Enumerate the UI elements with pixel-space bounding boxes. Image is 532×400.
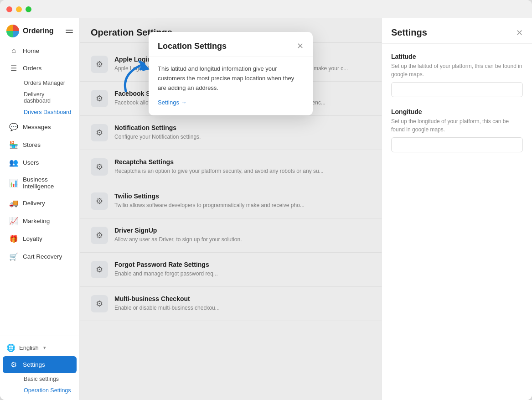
longitude-desc: Set up the longitude of your platform, t… — [391, 117, 523, 134]
app-body: Ordering ⌂ Home ☰ Orders Orders Manager … — [0, 18, 532, 400]
latitude-desc: Set up the latitud of your platform, thi… — [391, 62, 523, 78]
settings-submenu: Basic settings Operation Settings — [0, 374, 79, 396]
sidebar-item-operation-settings[interactable]: Operation Settings — [19, 385, 77, 396]
marketing-icon: 📈 — [9, 217, 18, 225]
sidebar-item-cart-recovery-label: Cart Recovery — [23, 253, 62, 260]
globe-icon: 🌐 — [6, 343, 15, 352]
location-settings-link[interactable]: Settings → — [158, 99, 187, 106]
bi-icon: 📊 — [9, 179, 18, 187]
sidebar-item-messages[interactable]: 💬 Messages — [3, 119, 77, 135]
logo-icon — [6, 25, 19, 37]
language-chevron-icon: ▾ — [43, 345, 46, 351]
sidebar-item-home[interactable]: ⌂ Home — [3, 42, 77, 59]
home-icon: ⌂ — [9, 47, 18, 55]
location-modal-desc: This latitud and longitud information gi… — [158, 64, 304, 93]
delivery-icon: 🚚 — [9, 199, 18, 208]
right-panel-close-button[interactable]: ✕ — [516, 28, 523, 38]
sidebar-item-delivery-label: Delivery — [23, 200, 45, 207]
minimize-dot[interactable] — [16, 6, 22, 12]
users-icon: 👥 — [9, 158, 18, 167]
close-dot[interactable] — [6, 6, 12, 12]
sidebar-item-marketing[interactable]: 📈 Marketing — [3, 213, 77, 229]
sidebar-bottom: 🌐 English ▾ ⚙ Settings Basic settings Op… — [0, 336, 79, 400]
modal-overlay: Location Settings ✕ This latitud and lon… — [80, 18, 382, 400]
sidebar-item-marketing-label: Marketing — [23, 218, 50, 224]
sidebar-item-stores-label: Stores — [23, 141, 41, 148]
sidebar-item-users[interactable]: 👥 Users — [3, 154, 77, 171]
app-window: Ordering ⌂ Home ☰ Orders Orders Manager … — [0, 0, 532, 400]
sidebar-item-cart-recovery[interactable]: 🛒 Cart Recovery — [3, 248, 77, 265]
sidebar-item-drivers-dashboard[interactable]: Drivers Dashboard — [19, 107, 77, 118]
loyalty-icon: 🎁 — [9, 234, 18, 243]
sidebar-item-stores[interactable]: 🏪 Stores — [3, 136, 77, 153]
orders-submenu: Orders Manager Delivery dashboard Driver… — [0, 77, 79, 118]
sidebar: Ordering ⌂ Home ☰ Orders Orders Manager … — [0, 18, 80, 400]
language-label: English — [19, 344, 39, 351]
right-panel-body: Latitude Set up the latitud of your plat… — [382, 44, 532, 172]
main-panel: Operation Settings ⚙ Apple Login Apple L… — [80, 18, 382, 400]
longitude-section: Longitude Set up the longitude of your p… — [391, 108, 523, 152]
sidebar-item-orders[interactable]: ☰ Orders — [3, 60, 77, 77]
location-modal: Location Settings ✕ This latitud and lon… — [149, 32, 313, 115]
location-modal-body: This latitud and longitud information gi… — [149, 57, 313, 115]
sidebar-item-settings-label: Settings — [23, 361, 45, 368]
logo-text: Ordering — [23, 27, 54, 35]
sidebar-logo: Ordering — [0, 18, 79, 42]
location-modal-close-button[interactable]: ✕ — [297, 41, 304, 51]
sidebar-item-users-label: Users — [23, 159, 39, 166]
latitude-input[interactable] — [391, 82, 523, 97]
right-panel: Settings ✕ Latitude Set up the latitud o… — [382, 18, 532, 400]
location-modal-title: Location Settings — [158, 42, 227, 51]
sidebar-item-orders-manager[interactable]: Orders Manager — [19, 78, 77, 88]
sidebar-item-bi-label: Business Intelligence — [23, 176, 70, 190]
language-selector[interactable]: 🌐 English ▾ — [0, 340, 79, 356]
sidebar-item-delivery[interactable]: 🚚 Delivery — [3, 195, 77, 212]
sidebar-item-orders-label: Orders — [23, 65, 41, 72]
sidebar-item-basic-settings[interactable]: Basic settings — [19, 374, 77, 384]
latitude-label: Latitude — [391, 53, 523, 60]
sidebar-item-loyalty[interactable]: 🎁 Loyalty — [3, 230, 77, 247]
latitude-section: Latitude Set up the latitud of your plat… — [391, 53, 523, 97]
sidebar-item-loyalty-label: Loyalty — [23, 235, 42, 242]
cart-icon: 🛒 — [9, 252, 18, 261]
sidebar-item-settings[interactable]: ⚙ Settings — [3, 356, 77, 373]
maximize-dot[interactable] — [26, 6, 31, 12]
sidebar-item-messages-label: Messages — [23, 124, 51, 130]
right-panel-header: Settings ✕ — [382, 18, 532, 44]
sidebar-item-delivery-dashboard[interactable]: Delivery dashboard — [19, 89, 77, 106]
sidebar-item-home-label: Home — [23, 47, 39, 54]
settings-icon: ⚙ — [9, 360, 18, 369]
sidebar-item-business-intelligence[interactable]: 📊 Business Intelligence — [3, 172, 77, 194]
messages-icon: 💬 — [9, 123, 18, 131]
titlebar — [0, 0, 532, 18]
hamburger-icon[interactable] — [66, 30, 73, 33]
longitude-label: Longitude — [391, 108, 523, 115]
stores-icon: 🏪 — [9, 140, 18, 149]
orders-icon: ☰ — [9, 64, 18, 73]
location-modal-header: Location Settings ✕ — [149, 32, 313, 57]
longitude-input[interactable] — [391, 137, 523, 152]
right-panel-title: Settings — [391, 27, 427, 38]
